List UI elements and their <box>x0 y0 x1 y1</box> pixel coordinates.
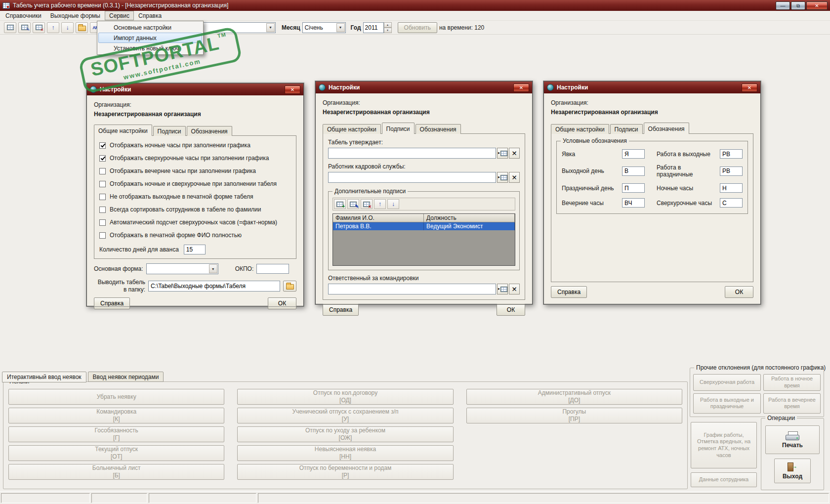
absence-maternity-button[interactable]: Отпуск по беременности и родам[Р] <box>237 464 453 480</box>
absence-sick-leave-button[interactable]: Больничный лист[Б] <box>8 464 224 480</box>
tab-period-absence[interactable]: Ввод неявок периодами <box>88 372 164 382</box>
close-icon[interactable]: ✕ <box>513 84 529 92</box>
close-icon[interactable]: ✕ <box>742 84 757 92</box>
menu-item-import-data[interactable]: Импорт данных <box>98 33 202 43</box>
checkbox-row[interactable]: Отображать ночные и сверхурочные при зап… <box>99 180 291 187</box>
menu-spravka[interactable]: Справка <box>134 11 166 20</box>
add-row-icon[interactable] <box>334 199 346 209</box>
dialog-titlebar[interactable]: Настройки ✕ <box>544 82 760 93</box>
menu-servis[interactable]: Сервис <box>105 11 134 20</box>
checkbox[interactable] <box>99 232 106 239</box>
checkbox-row[interactable]: Отображать вечерние часы при заполнении … <box>99 168 291 174</box>
help-button[interactable]: Справка <box>323 304 359 316</box>
overtime-work-button[interactable]: Сверхурочная работа <box>693 374 761 391</box>
help-button[interactable]: Справка <box>551 286 587 298</box>
legend-input[interactable] <box>622 183 645 193</box>
absence-truancy-button[interactable]: Прогулы[ПР] <box>466 408 682 423</box>
print-button[interactable]: Печать <box>765 425 820 454</box>
table-icon[interactable] <box>4 22 16 33</box>
work-schedule-button[interactable]: График работы, Отметка вредных, на ремон… <box>691 422 757 468</box>
browse-folder-button[interactable] <box>283 281 296 292</box>
main-form-combo[interactable]: ▼ <box>146 263 218 274</box>
trips-input[interactable] <box>328 284 496 294</box>
output-folder-input[interactable] <box>148 281 280 292</box>
close-button[interactable]: ✕ <box>806 1 828 10</box>
exit-button[interactable]: → Выход <box>774 459 811 483</box>
checkbox[interactable] <box>99 142 106 149</box>
absence-study-vacation-button[interactable]: Ученический отпуск с сохранением з/п[У] <box>237 408 453 423</box>
legend-input[interactable] <box>720 198 743 208</box>
checkbox-row[interactable]: Автоматический подсчет сверхурочных часо… <box>99 219 291 226</box>
tab-general[interactable]: Общие настройки <box>323 124 381 134</box>
table-row[interactable]: Петрова В.В. Ведущий Экономист <box>333 222 515 230</box>
table-delete-icon[interactable] <box>33 22 45 33</box>
column-header[interactable]: Должность <box>424 214 515 222</box>
checkbox-row[interactable]: Отображать в печатной форме ФИО полность… <box>99 232 291 239</box>
clear-button[interactable]: ✕ <box>509 148 520 159</box>
absence-childcare-vacation-button[interactable]: Отпуск по уходу за ребенком[ОЖ] <box>237 426 453 442</box>
chevron-down-icon[interactable]: ▼ <box>266 23 275 32</box>
checkbox-row[interactable]: Всегда сортировать сотрудников в табеле … <box>99 206 291 213</box>
minimize-button[interactable]: — <box>776 1 790 10</box>
dialog-titlebar[interactable]: Настройки ✕ <box>316 82 532 93</box>
checkbox-row[interactable]: Не отображать выходные в печатной форме … <box>99 193 291 200</box>
chevron-down-icon[interactable]: ▼ <box>209 264 217 273</box>
menu-spravochniki[interactable]: Справочники <box>1 11 46 20</box>
legend-input[interactable] <box>622 198 645 208</box>
column-header[interactable]: Фамилия И.О. <box>333 214 424 222</box>
clear-button[interactable]: ✕ <box>509 284 520 294</box>
pick-from-list-button[interactable]: ‣ <box>497 284 508 294</box>
row-up-icon[interactable]: ↑ <box>47 22 59 33</box>
tab-signs[interactable]: Подписи <box>382 123 415 134</box>
delete-row-icon[interactable] <box>361 199 373 209</box>
menu-item-install-key[interactable]: Установить новый ключ <box>98 43 202 53</box>
tab-legend[interactable]: Обозначения <box>644 123 689 134</box>
evening-work-button[interactable]: Работа в вечернее время <box>763 393 821 414</box>
chevron-down-icon[interactable]: ▼ <box>336 23 345 32</box>
restore-button[interactable]: ⧉ <box>791 1 805 10</box>
absence-current-vacation-button[interactable]: Текущий отпуск[ОТ] <box>8 445 224 461</box>
menu-item-main-settings[interactable]: Основные настройки <box>98 22 202 33</box>
ok-button[interactable]: ОК <box>497 304 525 316</box>
close-icon[interactable]: ✕ <box>285 85 300 94</box>
ok-button[interactable]: ОК <box>725 286 753 298</box>
tab-legend[interactable]: Обозначения <box>415 124 461 134</box>
refresh-button[interactable]: Обновить <box>398 22 437 33</box>
checkbox[interactable] <box>99 168 106 174</box>
absence-unexplained-button[interactable]: Невыясненная неявка[НН] <box>237 445 453 461</box>
clear-button[interactable]: ✕ <box>509 172 520 183</box>
okpo-input[interactable] <box>256 264 289 274</box>
pick-from-list-button[interactable]: ‣ <box>497 172 508 183</box>
pick-from-list-button[interactable]: ‣ <box>497 148 508 159</box>
approves-input[interactable] <box>328 148 496 159</box>
open-folder-icon[interactable] <box>76 22 88 33</box>
checkbox[interactable] <box>99 181 106 187</box>
checkbox[interactable] <box>99 194 106 200</box>
tab-interactive-absence[interactable]: Итерактивный ввод неявок <box>2 372 86 382</box>
absence-business-trip-button[interactable]: Командировка[К] <box>8 408 224 423</box>
dialog-titlebar[interactable]: Настройки ✕ <box>87 84 303 95</box>
legend-input[interactable] <box>622 167 645 176</box>
checkbox-row[interactable]: Отображать ночные часы при заполнении гр… <box>99 142 291 149</box>
ok-button[interactable]: ОК <box>268 297 296 309</box>
row-down-icon[interactable]: ↓ <box>61 22 74 33</box>
table-edit-icon[interactable] <box>18 22 31 33</box>
spin-up-icon[interactable]: ▲ <box>384 22 392 28</box>
checkbox-row[interactable]: Отображать сверхурочные часы при заполне… <box>99 155 291 162</box>
move-down-icon[interactable]: ↓ <box>387 199 399 209</box>
weekend-holiday-work-button[interactable]: Работа в выходные и праздничные <box>693 393 761 414</box>
tab-signs[interactable]: Подписи <box>610 124 643 134</box>
tab-general[interactable]: Общие настройки <box>94 125 152 136</box>
spin-down-icon[interactable]: ▼ <box>384 28 392 33</box>
edit-row-icon[interactable] <box>347 199 359 209</box>
absence-state-duty-button[interactable]: Гособязанность[Г] <box>8 426 224 442</box>
checkbox[interactable] <box>99 219 106 226</box>
legend-input[interactable] <box>720 167 743 176</box>
tab-legend[interactable]: Обозначения <box>187 126 232 136</box>
menu-vyhodnye-formy[interactable]: Выходные формы <box>46 11 105 20</box>
help-button[interactable]: Справка <box>94 297 130 309</box>
hr-input[interactable] <box>328 172 496 183</box>
titlebar[interactable]: Табель учета рабочего времени (0.3.1) - … <box>0 0 830 11</box>
absence-collective-vacation-button[interactable]: Отпуск по кол.договору[ОД] <box>237 389 453 405</box>
advance-days-input[interactable] <box>184 245 206 254</box>
